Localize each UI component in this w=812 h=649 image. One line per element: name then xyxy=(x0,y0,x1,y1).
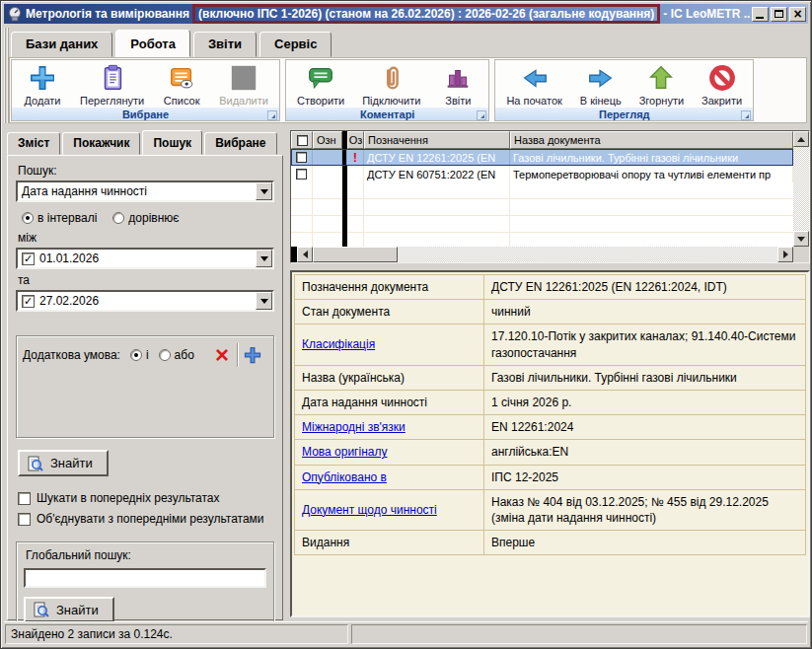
scrollbar-thumb[interactable] xyxy=(313,247,398,262)
no-entry-icon xyxy=(707,63,737,93)
collapse-label: Згорнути xyxy=(639,95,684,107)
frozen-column-divider xyxy=(342,182,347,247)
to-end-label: В кінець xyxy=(580,95,622,107)
detail-value: 17.120.10-Потік у закритих каналах; 91.1… xyxy=(484,324,806,365)
column-header-designation[interactable]: Позначення xyxy=(364,131,510,149)
add-button[interactable]: Додати xyxy=(14,61,71,108)
search-previous-checkbox[interactable]: Шукати в попередніх результатах xyxy=(18,491,274,505)
column-header-name[interactable]: Назва документа xyxy=(510,131,793,149)
date-to-checkbox[interactable] xyxy=(22,295,35,308)
plus-icon xyxy=(28,63,57,93)
view-button[interactable]: Переглянути xyxy=(71,61,153,108)
scroll-right-button[interactable] xyxy=(777,247,793,262)
detail-label: Назва (українська) xyxy=(295,365,484,390)
add-condition-button[interactable] xyxy=(238,342,267,368)
merge-previous-checkbox[interactable]: Об'єднувати з попередніми результатами xyxy=(18,512,274,526)
sidebar-tabs: Зміст Покажчик Пошук Вибране xyxy=(7,129,285,155)
to-end-button[interactable]: В кінець xyxy=(571,61,630,108)
window-title-highlighted: (включно ІПС 1-2026) (станом на 26.02.20… xyxy=(192,4,660,24)
dropdown-button[interactable] xyxy=(256,182,272,200)
maximize-icon xyxy=(775,10,783,18)
grid-detail-splitter[interactable] xyxy=(290,263,810,270)
dialog-launcher-icon[interactable] xyxy=(267,110,277,120)
maximize-button[interactable] xyxy=(771,7,787,22)
scroll-left-button[interactable] xyxy=(297,247,313,262)
radio-equals[interactable]: дорівнює xyxy=(112,211,179,225)
international-relations-link[interactable]: Міжнародні зв'язки xyxy=(295,415,484,440)
sidebar-tab-search[interactable]: Пошук xyxy=(142,130,202,155)
sidebar-tab-index[interactable]: Покажчик xyxy=(62,132,140,155)
tab-databases[interactable]: Бази даних xyxy=(11,32,112,57)
list-button[interactable]: Список xyxy=(153,61,210,108)
global-search-input[interactable] xyxy=(24,568,266,588)
and-label: та xyxy=(18,273,274,287)
global-find-button[interactable]: Знайти xyxy=(24,597,114,622)
tab-reports[interactable]: Звіти xyxy=(193,32,257,57)
published-in-link[interactable]: Опубліковано в xyxy=(295,465,484,489)
date-from-checkbox[interactable] xyxy=(22,252,35,265)
remove-condition-button[interactable]: × xyxy=(207,342,237,368)
alert-flag-icon: ! xyxy=(353,152,357,163)
close-button[interactable] xyxy=(789,7,806,22)
checkbox-icon xyxy=(18,492,31,505)
search-field-combobox[interactable]: Дата надання чинності xyxy=(16,180,274,202)
reports-button[interactable]: Звіти xyxy=(429,61,486,108)
dialog-launcher-icon[interactable] xyxy=(741,110,751,120)
scroll-up-button[interactable] xyxy=(793,131,809,147)
detail-value: ІПС 12-2025 xyxy=(484,465,806,489)
tab-work[interactable]: Робота xyxy=(115,30,190,57)
dropdown-button[interactable] xyxy=(256,250,272,267)
arrow-up-icon xyxy=(797,137,805,142)
column-header-oz[interactable]: Оз xyxy=(347,131,364,149)
create-comment-label: Створити xyxy=(297,95,344,107)
global-find-button-label: Знайти xyxy=(56,603,99,617)
sidebar-tab-favorites[interactable]: Вибране xyxy=(204,132,276,155)
extra-condition-label: Додаткова умова: xyxy=(23,348,120,362)
minimize-button[interactable] xyxy=(752,7,769,22)
status-message: Знайдено 2 записи за 0.124с. xyxy=(5,624,348,644)
select-all-header[interactable] xyxy=(291,131,313,149)
scroll-down-button[interactable] xyxy=(793,231,809,247)
detail-row: Назва (українська) Газові лічильники. Ту… xyxy=(295,365,806,390)
grid-header: Озн Оз Позначення Назва документа xyxy=(291,131,793,149)
sidebar-tab-contents[interactable]: Зміст xyxy=(7,132,60,155)
ribbon-toolbar: Додати Переглянути xyxy=(9,57,807,123)
attach-button[interactable]: Підключити xyxy=(353,61,429,108)
vertical-scrollbar[interactable] xyxy=(793,131,809,247)
result-row-selected[interactable]: ! ДСТУ EN 12261:2025 (EN Газові лічильни… xyxy=(291,149,793,166)
create-comment-button[interactable]: Створити xyxy=(288,61,353,108)
validity-document-link[interactable]: Документ щодо чинності xyxy=(295,489,484,530)
dialog-launcher-icon[interactable] xyxy=(477,110,486,120)
chevron-down-icon xyxy=(260,189,268,194)
column-header-ozn[interactable]: Озн xyxy=(313,131,342,149)
search-icon xyxy=(34,602,49,617)
date-from-combobox[interactable]: 01.01.2026 xyxy=(16,248,274,269)
grid-line xyxy=(363,182,364,247)
radio-and[interactable]: і xyxy=(130,348,149,362)
date-to-value: 27.02.2026 xyxy=(39,294,99,308)
tab-service[interactable]: Сервіс xyxy=(259,32,332,57)
document-detail-table: Позначення документа ДСТУ EN 12261:2025 … xyxy=(294,274,806,555)
checkbox-icon xyxy=(297,135,308,146)
bar-chart-icon xyxy=(443,63,473,93)
original-language-link[interactable]: Мова оригіналу xyxy=(295,440,484,465)
group-favorites-caption-label: Вибране xyxy=(122,108,169,120)
detail-row: Стан документа чинний xyxy=(295,300,806,324)
classification-link[interactable]: Класифікація xyxy=(295,324,484,365)
radio-in-interval[interactable]: в інтервалі xyxy=(22,211,97,225)
collapse-button[interactable]: Згорнути xyxy=(630,61,693,108)
app-icon xyxy=(7,6,23,22)
row-checkbox[interactable] xyxy=(296,152,307,163)
row-checkbox[interactable] xyxy=(296,169,307,180)
close-view-button[interactable]: Закрити xyxy=(693,61,751,108)
speech-bubble-icon xyxy=(306,63,335,93)
radio-dot-icon xyxy=(112,212,124,224)
dropdown-button[interactable] xyxy=(256,292,272,310)
date-to-combobox[interactable]: 27.02.2026 xyxy=(16,290,274,312)
find-button[interactable]: Знайти xyxy=(18,450,109,476)
to-start-button[interactable]: На початок xyxy=(497,61,570,108)
radio-or[interactable]: або xyxy=(159,348,194,362)
detail-row: Міжнародні зв'язки EN 12261:2024 xyxy=(295,415,806,440)
horizontal-scrollbar[interactable] xyxy=(291,247,793,262)
result-row[interactable]: ДСТУ EN 60751:2022 (EN Термоперетворювач… xyxy=(291,166,793,182)
